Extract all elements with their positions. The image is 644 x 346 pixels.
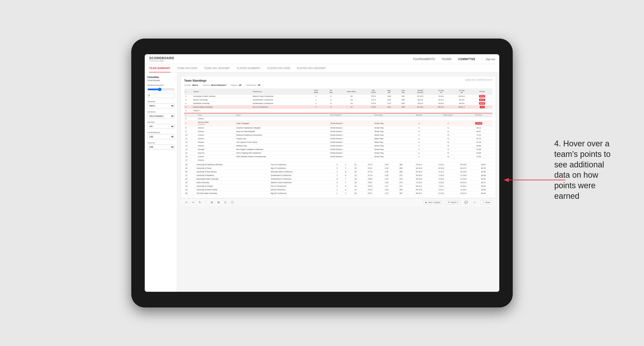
comment-button[interactable]: 💬 — [464, 200, 469, 205]
col-conference: Conference — [252, 89, 308, 95]
table-row[interactable]: 5 Texas T... — [184, 109, 492, 113]
standings-card: Team Standings Update time: 13/03/2024 1… — [181, 76, 496, 198]
expanded-table-body: 6 Univers 7 Arizona — [184, 117, 492, 162]
school-select[interactable]: (All) — [148, 145, 174, 150]
sidebar-gender: Gender Men's Women's — [148, 101, 174, 108]
expanded-row: 16 Univers 2023 Sahalee Players Champion… — [184, 155, 492, 159]
expanded-row: 13 Univers Williams Cup NCAA Division I … — [184, 144, 492, 148]
conf-cell: Southeastern Conference — [252, 102, 308, 105]
col-event: Event — [235, 113, 329, 117]
nav-teams[interactable]: TEAMS — [442, 58, 452, 61]
points-badge[interactable]: 97.02 — [479, 95, 485, 97]
footer-toolbar: ↩ ↪ ↻ ⊕ ⊞ ⊙ 🕐 ▶ View: Original — [181, 198, 496, 206]
copy-button[interactable]: ⊕ — [209, 200, 214, 205]
col-school: School — [192, 89, 251, 95]
points-badge-highlighted[interactable]: 79.5 — [480, 106, 485, 108]
col-vs25: Vs Top25 — [430, 89, 451, 95]
refresh-button[interactable]: ↻ — [198, 200, 202, 205]
lower-teams-table: 18 University of California, Berkeley Pa… — [184, 163, 492, 195]
filter-gender-label: Gender: — [184, 84, 192, 86]
col-team: Team — [197, 113, 235, 117]
tab-team-h2h-grid[interactable]: TEAM H2H GRID — [177, 64, 197, 72]
sidebar-division-label: Division — [148, 111, 174, 113]
sidebar-region: Region N/A All — [148, 121, 174, 129]
table-row[interactable]: 19 University of Texas Big 12 Conference… — [184, 167, 492, 170]
tab-team-h2h-heatmap[interactable]: TEAM H2H HEATMAP — [204, 64, 230, 72]
sidebar-school-label: School — [148, 142, 174, 144]
region-select[interactable]: N/A All — [148, 124, 174, 129]
table-row[interactable]: 18 University of California, Berkeley Pa… — [184, 163, 492, 167]
tab-team-summary[interactable]: TEAM SUMMARY — [149, 64, 170, 72]
logo-sub: Powered by clippd — [149, 60, 174, 62]
school-cell: Vanderbilt University — [192, 102, 251, 105]
settings-button[interactable]: ⊙ — [223, 200, 228, 205]
more-button[interactable]: ⊞ — [216, 200, 221, 205]
expanded-row-arizona[interactable]: 7 Arizona StateUniversity Cabo Collegiat… — [184, 121, 492, 126]
filter-region-value: All — [239, 84, 242, 86]
undo-button[interactable]: ↩ — [184, 200, 189, 205]
school-cell: Arizona State University — [192, 105, 251, 109]
table-row[interactable]: 26 The Ohio State University Big Ten Con… — [184, 192, 492, 195]
filter-conference: Conference: All — [246, 84, 260, 86]
tab-player-h2h-grid[interactable]: PLAYER H2H GRID — [267, 64, 290, 72]
filter-division-value: NCAA Division I — [211, 84, 226, 86]
sidebar-title: Committee — [148, 76, 174, 78]
filter-row: Gender: Men's Division: NCAA Division I … — [184, 84, 492, 86]
conference-select[interactable]: (All) — [148, 134, 174, 139]
table-row[interactable]: 21 University of Alabama Southeastern Co… — [184, 174, 492, 177]
share-button[interactable]: ↗ Share — [480, 200, 492, 204]
gender-select[interactable]: Men's Women's — [148, 103, 174, 108]
col-w-points: W Points — [465, 113, 492, 117]
tab-player-summary[interactable]: PLAYER SUMMARY — [237, 64, 260, 72]
expanded-row: 11 Univers Copper Cup NCAA Division I Ma… — [184, 137, 492, 141]
filter-gender: Gender: Men's — [184, 84, 198, 86]
view-label: View: Original — [428, 201, 440, 203]
tab-player-h2h-heatmap[interactable]: PLAYER H2H HEATMAP — [297, 64, 326, 72]
clock-button[interactable]: 🕐 — [230, 200, 234, 205]
expanded-header-row: # Team Event Event Division Event Type R… — [184, 113, 492, 117]
table-row[interactable]: 25 University of North Florida ASUN Conf… — [184, 188, 492, 192]
nav-tournaments[interactable]: TOURNAMENTS — [413, 58, 435, 61]
sign-out-button[interactable]: Sign out — [482, 58, 495, 60]
col-event-type: Event Type — [373, 113, 407, 117]
table-row[interactable]: 23 Duke University Atlantic Coast Confer… — [184, 181, 492, 184]
redo-button[interactable]: ↪ — [191, 200, 196, 205]
table-row[interactable]: 1 University of North Carolina Atlantic … — [184, 95, 492, 98]
expand-button[interactable]: ⤢ — [472, 200, 477, 205]
table-row[interactable]: 24 University of Oregon Pac-12 Conferenc… — [184, 184, 492, 188]
watch-button[interactable]: 👁 Watch ▾ — [446, 200, 460, 204]
rank-cell: 2 — [184, 98, 192, 102]
table-row[interactable]: 22 Mississippi State University Southeas… — [184, 177, 492, 181]
min-rounds-slider[interactable] — [148, 87, 174, 92]
sidebar-min-rounds: Minimum Rounds — [148, 84, 174, 98]
watch-icon: 👁 — [448, 201, 450, 203]
nav-links: TOURNAMENTS TEAMS COMMITTEE Sign out — [413, 58, 495, 61]
points-badge[interactable]: 93.31 — [479, 99, 485, 101]
conf-cell: Atlantic Coast Conference — [252, 95, 308, 98]
division-select[interactable]: NCAA Division I NCAA Division II NCAA Di… — [148, 114, 174, 119]
watch-label: Watch — [451, 201, 456, 203]
filter-conference-value: All — [258, 84, 260, 86]
table-row[interactable]: 2 Auburn University Southeastern Confere… — [184, 98, 492, 102]
logo-area: SCOREBOARD Powered by clippd — [149, 56, 174, 62]
sidebar-division: Division NCAA Division I NCAA Division I… — [148, 111, 174, 119]
table-body: 1 University of North Carolina Atlantic … — [184, 95, 492, 113]
nav-committee[interactable]: COMMITTEE — [458, 58, 476, 61]
min-rounds-input[interactable] — [148, 93, 174, 98]
sidebar-conference-label: Conference — [148, 132, 174, 134]
conf-cell — [252, 109, 308, 113]
col-hash: # — [184, 113, 197, 117]
table-row[interactable]: 3 Vanderbilt University Southeastern Con… — [184, 102, 492, 105]
school-cell: Auburn University — [192, 98, 251, 102]
points-badge[interactable]: 90.20 — [479, 102, 485, 105]
event-points-badge[interactable]: 110.43 — [475, 122, 482, 125]
tablet-screen: SCOREBOARD Powered by clippd TOURNAMENTS… — [145, 54, 499, 292]
expanded-row: 6 Univers — [184, 117, 492, 121]
sidebar-region-label: Region — [148, 121, 174, 123]
table-header: # School Conference ConfRank NoTour Bnds… — [184, 89, 492, 95]
toolbar-nav-group: ↩ ↪ ↻ — [184, 200, 202, 205]
table-row[interactable]: 20 University of New Mexico Mountain Wes… — [184, 170, 492, 174]
table-row-highlighted[interactable]: 4 Arizona State University Pac-12 Confer… — [184, 105, 492, 109]
view-original-button[interactable]: ▶ View: Original — [424, 200, 442, 204]
col-bnds-wins: Bnds Wins — [338, 89, 365, 95]
